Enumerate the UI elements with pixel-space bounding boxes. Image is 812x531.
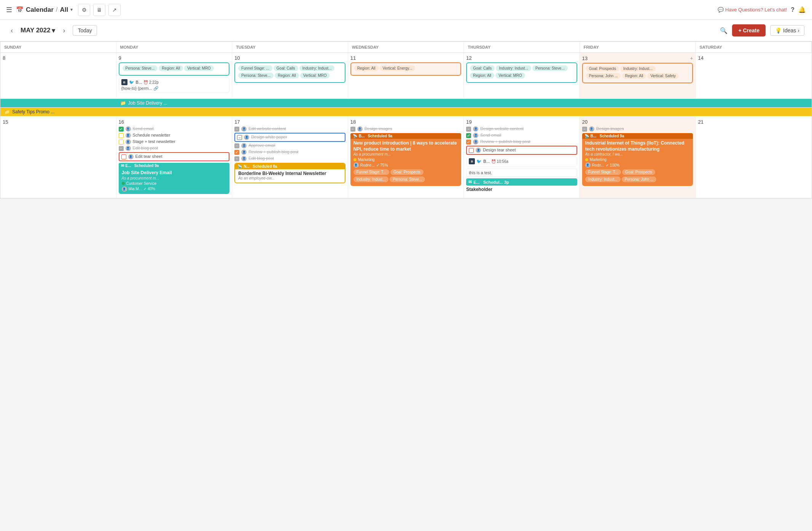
avatar-rodne-iiot: 👤 [585,162,591,168]
checkbox-edit-blog-2[interactable]: − [234,156,239,161]
iiot-meta: Marketing [585,157,690,162]
checkbox-design-white[interactable]: − [237,135,242,140]
task-design-images[interactable]: − 👤 Design images [350,126,462,132]
event-card-mon9-1[interactable]: Persona: Steve... Region: All Vertical: … [119,62,230,76]
event-card-npi[interactable]: 📡 B... Scheduled 9a New product introduc… [350,133,462,186]
span-event-jobsite-label: Job Site Delivery ... [128,100,167,106]
npi-badge-label: B... Scheduled 9a [359,134,392,138]
tag-industry-thu: Industry: Indust... [496,65,531,71]
tag-goal-prospects: Goal: Prospects [586,66,619,72]
task-design-website-19[interactable]: − 👤 Design website content [466,126,577,132]
dot-yellow-npi [353,158,357,161]
notification-bell[interactable]: 🔔 [798,6,806,13]
chat-link[interactable]: 💬 Have Questions? Let's chat! [718,7,787,13]
day-header-sat: SATURDAY [696,42,812,53]
next-month-button[interactable]: › [60,25,68,36]
checkbox-design-images[interactable]: − [350,127,355,132]
task-edit-tearsheet[interactable]: 👤 Edit tear sheet [119,152,230,161]
ideas-button[interactable]: 💡 Ideas › [770,25,804,36]
task-approve-email[interactable]: − 👤 Approve email [234,143,345,148]
dot-green [122,182,125,185]
task-design-white[interactable]: − 👤 Design white paper [234,133,345,142]
task-design-images-20[interactable]: − 👤 Design images [582,126,693,132]
span-event-jobsite[interactable]: 📁 Job Site Delivery ... [116,99,812,107]
today-button[interactable]: Today [73,25,97,36]
day-number-14: 14 [698,55,809,61]
checkbox-edit-tearsheet[interactable] [121,154,126,159]
tag-goal-npi: Goal: Prospects [390,169,424,175]
chat-icon: 💬 [718,7,724,13]
search-button[interactable]: 🔍 [720,27,728,34]
clock-19: ⏰ 10:56a [491,159,508,164]
create-button[interactable]: + Create [732,24,766,37]
display-button[interactable]: 🖥 [93,4,105,16]
day-15: 15 [0,117,116,198]
day-number-21: 21 [698,119,809,125]
calendar-grid: SUNDAY MONDAY TUESDAY WEDNESDAY THURSDAY… [0,41,812,199]
stakeholder-badge[interactable]: ✉ E... Schedul... 3p [466,178,577,186]
task-edit-website[interactable]: − 👤 Edit website content [234,126,345,132]
npi-tags: Funnel Stage: T... Goal: Prospects Indus… [353,169,459,184]
event-card-jobsite-email[interactable]: ✉ E... Scheduled 9a Job Site Delivery Em… [119,163,230,194]
event-card-blog-19[interactable]: B 🐦 B... ⏰ 10:56a [466,156,577,167]
checkbox-stage-test[interactable] [119,140,124,145]
task-design-tearsheet-label: Design tear sheet [483,148,516,152]
nav-view[interactable]: All [60,6,68,14]
task-schedule-newsletter-label: Schedule newsletter [133,133,170,137]
event-card-tue10-1[interactable]: Funnel Stage: ... Goal: Calls Industry: … [234,62,345,83]
task-stage-test[interactable]: 👤 Stage + test newsletter [119,139,230,145]
dot-yellow-iiot [585,158,588,161]
task-edit-blog[interactable]: − 👤 Edit blog post [119,146,230,151]
task-review-blog-19[interactable]: ✓ 👤 Review + publish blog post [466,139,577,145]
day-header-tue: TUESDAY [232,42,348,53]
day-header-thu: THURSDAY [464,42,580,53]
checkbox-review-blog[interactable]: ✓ [234,150,239,155]
avatar-design-images: 👤 [357,126,363,132]
checkbox-design-tearsheet[interactable] [469,148,474,153]
chevron-down-icon[interactable]: ▾ [70,7,73,12]
checkbox-approve-email[interactable]: − [234,143,239,148]
event-card-newsletter[interactable]: 📡 N... Scheduled 8a Borderline Bi-Weekly… [234,163,345,183]
npi-progress: 👤 Rodne... ✓ 75% [353,162,459,168]
avatar-design-website-19: 👤 [473,126,478,132]
span-event-safety[interactable]: 📁 Safety Tips Promo ... [0,108,812,116]
event-card-thu12-1[interactable]: Goal: Calls Industry: Indust... Persona:… [466,62,577,83]
avatar-edit-tearsheet: 👤 [128,154,134,159]
event-card-mon9-2[interactable]: B 🐦 B... ⏰ 2:22p {how-to} {perm... 🔗 [119,77,230,93]
day-8: 8 [0,53,116,99]
task-schedule-newsletter[interactable]: 👤 Schedule newsletter [119,133,230,138]
task-approve-email-label: Approve email [248,143,275,148]
checkbox-schedule-newsletter[interactable] [119,133,124,138]
event-card-iiot[interactable]: 📡 B... Scheduled 9a Industrial Internet … [582,133,693,186]
avatar-schedule: 👤 [126,133,131,138]
checkbox-send-email-19[interactable]: ✓ [466,133,471,138]
month-title[interactable]: MAY 2022 ▾ [21,27,55,35]
day-number-19: 19 [466,119,577,125]
help-button[interactable]: ? [791,6,794,13]
checkbox-send-email[interactable]: ✓ [119,127,124,132]
lightbulb-icon: 💡 [775,27,782,33]
rodne-iiot-name: Rodn... [592,163,604,167]
task-send-email[interactable]: ✓ 👤 Send email [119,126,230,132]
task-send-email-19[interactable]: ✓ 👤 Send email [466,133,577,138]
hamburger-menu[interactable]: ☰ [6,6,12,14]
prev-month-button[interactable]: ‹ [8,25,16,36]
tag-region-wed: Region: All [354,65,379,71]
event-card-wed11-1[interactable]: Region: All Vertical: Energy... [350,62,462,76]
filter-button[interactable]: ⚙ [78,4,90,16]
email-icon: ✉ [121,164,124,168]
checkbox-edit-blog[interactable]: − [119,146,124,151]
checkbox-review-blog-19[interactable]: ✓ [466,140,471,145]
task-design-tearsheet[interactable]: 👤 Design tear sheet [466,146,577,155]
newsletter-subtitle: As an employee-ow... [238,176,342,180]
folder-icon: 📁 [120,100,126,106]
add-event-fri13[interactable]: + [690,55,693,61]
task-review-blog[interactable]: ✓ 👤 Review + publish blog post [234,149,345,155]
task-edit-blog-2[interactable]: − 👤 Edit blog post [234,156,345,161]
checkbox-edit-website[interactable]: − [234,127,239,132]
tag-funnel-npi: Funnel Stage: T... [353,169,389,175]
event-card-fri13-1[interactable]: Goal: Prospects Industry: Indust... Pers… [582,63,693,83]
share-button[interactable]: ↗ [108,4,121,16]
checkbox-design-website-19[interactable]: − [466,127,471,132]
checkbox-design-images-20[interactable]: − [582,127,587,132]
